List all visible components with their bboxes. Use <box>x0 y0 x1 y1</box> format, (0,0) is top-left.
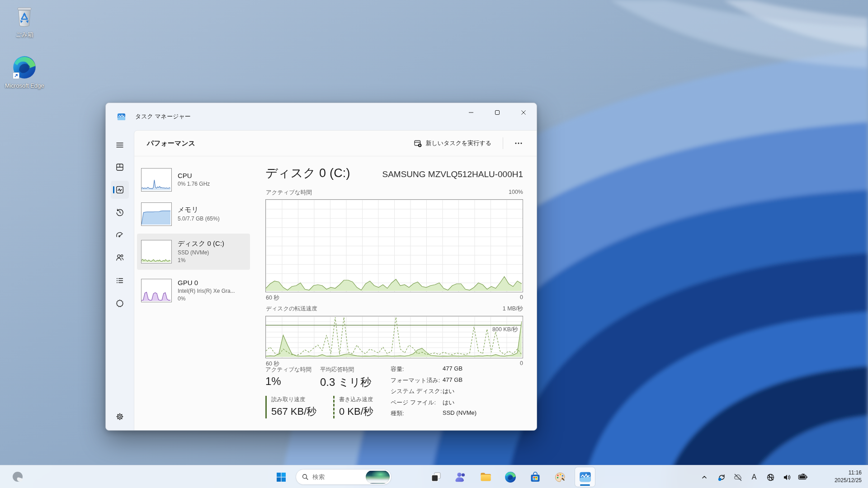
start-button[interactable] <box>271 467 291 487</box>
task-manager-taskbar-button[interactable] <box>575 467 595 487</box>
nav-startup-apps[interactable] <box>111 226 129 244</box>
task-view-button[interactable] <box>426 467 446 487</box>
nav-processes[interactable] <box>111 158 129 176</box>
clock-date: 2025/12/25 <box>835 477 862 484</box>
tray-battery[interactable] <box>797 472 808 483</box>
close-button[interactable] <box>510 103 537 122</box>
cpu-stats: 0% 1.76 GHz <box>178 180 210 188</box>
nav-rail <box>106 130 134 430</box>
page-title: パフォーマンス <box>147 139 195 148</box>
memory-mini-chart <box>141 202 172 226</box>
running-indicator <box>580 484 590 486</box>
prop-capacity: 容量:477 GB <box>391 365 522 373</box>
task-manager-window: タスク マネージャー <box>105 103 537 431</box>
transfer-rate-chart: 800 KB/秒 <box>265 316 523 358</box>
gear-icon <box>115 412 124 421</box>
task-manager-app-icon <box>117 113 126 121</box>
prop-system-disk: システム ディスク:はい <box>391 387 522 395</box>
weather-icon <box>11 470 25 484</box>
shortcut-arrow-overlay-icon <box>13 72 19 79</box>
paint-icon <box>554 471 566 483</box>
gpu-mini-chart <box>141 279 172 302</box>
globe-no-network-icon <box>766 473 775 482</box>
window-title: タスク マネージャー <box>135 113 191 121</box>
active-time-chart <box>265 199 523 292</box>
disk-mini-chart <box>141 240 172 263</box>
widgets-weather-button[interactable] <box>9 469 27 485</box>
recycle-bin-label: ごみ箱 <box>5 31 44 39</box>
clock-time: 11:16 <box>835 469 862 477</box>
disk-usage: 1% <box>178 257 224 264</box>
minimize-icon <box>468 110 474 115</box>
prop-type: 種類:SSD (NVMe) <box>391 409 522 418</box>
selected-indicator <box>113 186 114 193</box>
recycle-bin-desktop-icon[interactable]: ごみ箱 <box>5 4 44 39</box>
recycle-bin-icon <box>5 4 44 30</box>
users-icon <box>115 253 124 262</box>
close-icon <box>521 110 526 115</box>
maximize-button[interactable] <box>484 103 510 122</box>
tray-network[interactable] <box>765 472 776 483</box>
file-explorer-button[interactable] <box>476 467 495 487</box>
chart1-title: アクティブな時間 <box>266 189 312 197</box>
store-button[interactable] <box>525 467 545 487</box>
tray-chevron-button[interactable] <box>699 472 710 483</box>
nav-details[interactable] <box>111 272 129 290</box>
minimize-button[interactable] <box>458 103 484 122</box>
store-icon <box>529 471 541 483</box>
chevron-up-icon <box>701 474 708 480</box>
search-input[interactable] <box>312 474 366 480</box>
perf-item-cpu[interactable]: CPU 0% 1.76 GHz <box>137 165 250 195</box>
settings-button[interactable] <box>111 408 129 426</box>
details-icon <box>115 276 124 285</box>
edge-logo-icon <box>5 53 44 81</box>
chart1-xright: 0 <box>520 294 523 302</box>
memory-stats: 5.0/7.7 GB (65%) <box>178 215 220 222</box>
cpu-name: CPU <box>178 172 210 179</box>
file-explorer-icon <box>480 471 492 483</box>
hamburger-icon <box>115 141 124 150</box>
avg-response-stat: 平均応答時間 0.3 ミリ秒 <box>320 366 371 389</box>
edge-desktop-icon[interactable]: Microsoft Edge <box>5 53 44 89</box>
detail-title: ディスク 0 (C:) <box>265 165 350 181</box>
disk-model: SAMSUNG MZVLQ512HALU-000H1 <box>382 169 524 179</box>
edge-button[interactable] <box>500 467 520 487</box>
taskbar-search[interactable] <box>296 469 392 485</box>
teams-button[interactable] <box>451 467 471 487</box>
chart2-ymax: 1 MB/秒 <box>503 305 523 313</box>
nav-services[interactable] <box>111 294 129 312</box>
chart1-ymax: 100% <box>509 189 523 197</box>
nav-app-history[interactable] <box>111 203 129 221</box>
perf-item-memory[interactable]: メモリ 5.0/7.7 GB (65%) <box>137 199 250 229</box>
tray-volume[interactable] <box>781 472 792 483</box>
services-icon <box>115 299 124 308</box>
search-icon <box>302 474 308 480</box>
sync-pending-icon <box>717 473 726 482</box>
edge-taskbar-icon <box>505 471 516 483</box>
write-speed-stat: 書き込み速度 0 KB/秒 <box>333 396 373 418</box>
read-speed-stat: 読み取り速度 567 KB/秒 <box>265 396 316 418</box>
nav-performance[interactable] <box>111 181 129 199</box>
processes-icon <box>115 163 124 172</box>
paint-button[interactable] <box>550 467 570 487</box>
tray-update-pending[interactable] <box>716 472 727 483</box>
desktop: ごみ箱 Microsoft Edge <box>0 0 868 488</box>
edge-desktop-label: Microsoft Edge <box>5 82 44 89</box>
perf-item-disk0[interactable]: ディスク 0 (C:) SSD (NVMe) 1% <box>137 234 250 270</box>
active-time-stat: アクティブな時間 1% <box>265 366 311 388</box>
memory-name: メモリ <box>178 206 220 214</box>
cpu-mini-chart <box>141 168 172 192</box>
speaker-icon <box>783 473 791 482</box>
tray-ime-mode[interactable]: A <box>749 472 760 483</box>
perf-item-gpu0[interactable]: GPU 0 Intel(R) Iris(R) Xe Gra... 0% <box>137 273 250 308</box>
gpu-desc: Intel(R) Iris(R) Xe Gra... <box>178 287 235 295</box>
hamburger-menu-button[interactable] <box>111 136 129 154</box>
nav-users[interactable] <box>111 249 129 267</box>
ime-mode-letter: A <box>752 473 757 481</box>
tray-onedrive-offline[interactable] <box>732 472 743 483</box>
disk-type: SSD (NVMe) <box>178 249 224 256</box>
performance-icon <box>115 185 124 194</box>
bing-daily-image-thumbnail[interactable] <box>366 470 390 483</box>
task-manager-taskbar-icon <box>579 471 591 483</box>
clock[interactable]: 11:16 2025/12/25 <box>835 469 862 485</box>
